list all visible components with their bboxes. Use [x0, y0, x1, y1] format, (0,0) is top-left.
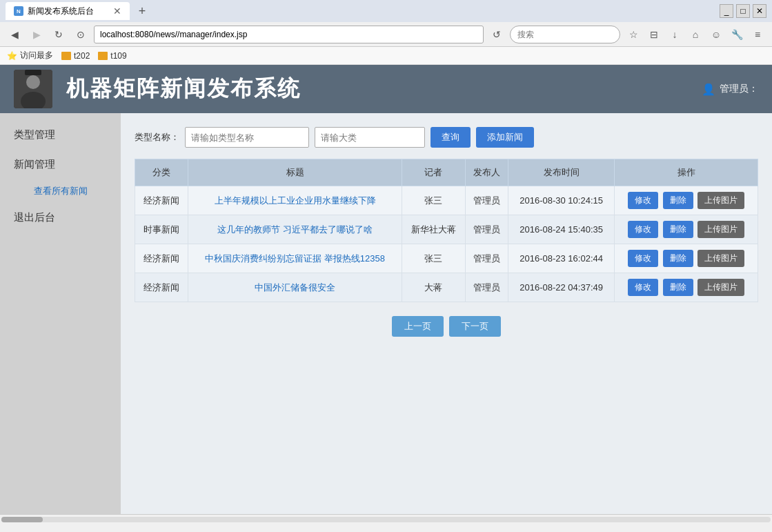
home-button[interactable]: ⊙ [72, 26, 90, 43]
avatar [14, 70, 52, 108]
sidebar-item-type-manage[interactable]: 类型管理 [0, 120, 121, 150]
news-title-link[interactable]: 这几年的教师节 习近平都去了哪说了啥 [217, 224, 373, 235]
bookmark-star-icon[interactable]: ☆ [624, 26, 642, 43]
scrollbar-track [1, 517, 771, 522]
pagination: 上一页 下一页 [135, 316, 758, 337]
back-button[interactable]: ◀ [6, 26, 23, 43]
url-bar[interactable] [94, 26, 484, 43]
edit-button[interactable]: 修改 [628, 221, 658, 238]
horizontal-scrollbar[interactable] [0, 514, 772, 524]
sidebar-item-news-manage[interactable]: 新闻管理 [0, 150, 121, 179]
col-category: 分类 [135, 159, 188, 186]
search-type-input[interactable] [185, 127, 309, 148]
prev-page-button[interactable]: 上一页 [392, 316, 444, 337]
user-label: 管理员： [720, 83, 758, 95]
bookmark-visit-most[interactable]: ⭐ 访问最多 [7, 50, 53, 61]
svg-point-1 [26, 75, 40, 89]
delete-button[interactable]: 删除 [663, 192, 693, 209]
window-minimize-button[interactable]: _ [720, 4, 733, 18]
settings-icon[interactable]: 🔧 [728, 26, 746, 43]
cell-reporter: 张三 [402, 186, 466, 215]
edit-button[interactable]: 修改 [628, 279, 658, 296]
window-close-button[interactable]: ✕ [753, 4, 766, 18]
col-title: 标题 [188, 159, 402, 186]
cell-actions: 修改 删除 上传图片 [615, 215, 758, 244]
sidebar-item-view-all-news[interactable]: 查看所有新闻 [0, 179, 121, 203]
news-title-link[interactable]: 中秋国庆消费纠纷别忘留证据 举报热线12358 [205, 253, 385, 264]
bookmark-t109[interactable]: t109 [98, 51, 126, 61]
tab-icon: N [14, 6, 23, 16]
cell-publish-time: 2016-08-30 10:24:15 [508, 186, 615, 215]
cell-title: 这几年的教师节 习近平都去了哪说了啥 [188, 215, 402, 244]
query-button[interactable]: 查询 [430, 127, 471, 148]
home-icon[interactable]: ⌂ [686, 26, 704, 43]
user-icon: 👤 [702, 83, 715, 96]
col-reporter: 记者 [402, 159, 466, 186]
delete-button[interactable]: 删除 [663, 279, 693, 296]
cell-publish-time: 2016-08-22 04:37:49 [508, 273, 615, 302]
cell-publisher: 管理员 [465, 215, 508, 244]
menu-icon[interactable]: ≡ [749, 26, 766, 43]
forward-button[interactable]: ▶ [28, 26, 46, 43]
table-row: 经济新闻 上半年规模以上工业企业用水量继续下降 张三 管理员 2016-08-3… [135, 186, 758, 215]
table-row: 经济新闻 中国外汇储备很安全 大蒋 管理员 2016-08-22 04:37:4… [135, 273, 758, 302]
cell-actions: 修改 删除 上传图片 [615, 273, 758, 302]
upload-image-button[interactable]: 上传图片 [697, 221, 744, 238]
tab-title: 新闻发布系统后台 [28, 6, 94, 17]
bookmark-label: t109 [110, 51, 126, 61]
sidebar: 类型管理 新闻管理 查看所有新闻 退出后台 [0, 113, 121, 514]
col-actions: 操作 [615, 159, 758, 186]
new-tab-button[interactable]: + [132, 2, 152, 20]
window-restore-button[interactable]: □ [736, 4, 750, 18]
delete-button[interactable]: 删除 [663, 250, 693, 267]
cell-reporter: 大蒋 [402, 273, 466, 302]
refresh-button[interactable]: ↻ [50, 26, 68, 43]
add-news-button[interactable]: 添加新闻 [476, 127, 534, 148]
upload-image-button[interactable]: 上传图片 [697, 279, 744, 296]
cell-category: 经济新闻 [135, 273, 188, 302]
download-icon[interactable]: ↓ [666, 26, 684, 43]
smiley-icon[interactable]: ☺ [707, 26, 725, 43]
scrollbar-thumb[interactable] [1, 517, 43, 522]
search-bar: 类型名称： 查询 添加新闻 [135, 127, 758, 148]
sidebar-item-logout[interactable]: 退出后台 [0, 203, 121, 233]
cell-actions: 修改 删除 上传图片 [615, 244, 758, 273]
cell-actions: 修改 删除 上传图片 [615, 186, 758, 215]
news-title-link[interactable]: 中国外汇储备很安全 [255, 282, 335, 293]
edit-button[interactable]: 修改 [628, 192, 658, 209]
site-header: 机器矩阵新闻发布系统 👤 管理员： [0, 65, 772, 113]
site-title: 机器矩阵新闻发布系统 [66, 74, 301, 104]
cell-publisher: 管理员 [465, 244, 508, 273]
cell-category: 时事新闻 [135, 215, 188, 244]
cell-category: 经济新闻 [135, 186, 188, 215]
upload-image-button[interactable]: 上传图片 [697, 192, 744, 209]
folder-icon [61, 52, 71, 60]
upload-image-button[interactable]: 上传图片 [697, 250, 744, 267]
user-info: 👤 管理员： [702, 83, 758, 96]
search-category-input[interactable] [315, 127, 425, 148]
bookmark-icon: ⭐ [7, 51, 17, 61]
folder-icon [98, 52, 108, 60]
delete-button[interactable]: 删除 [663, 221, 693, 238]
browser-search-input[interactable] [510, 26, 620, 43]
tab-close-button[interactable]: ✕ [113, 6, 121, 17]
cell-category: 经济新闻 [135, 244, 188, 273]
table-row: 经济新闻 中秋国庆消费纠纷别忘留证据 举报热线12358 张三 管理员 2016… [135, 244, 758, 273]
main-content: 类型名称： 查询 添加新闻 分类 标题 记者 发布人 发布时间 操作 [121, 113, 772, 514]
refresh-go-button[interactable]: ↺ [488, 26, 506, 43]
search-label: 类型名称： [135, 131, 179, 144]
bookmark-t202[interactable]: t202 [61, 51, 90, 61]
cell-reporter: 张三 [402, 244, 466, 273]
news-title-link[interactable]: 上半年规模以上工业企业用水量继续下降 [215, 195, 376, 206]
edit-button[interactable]: 修改 [628, 250, 658, 267]
cell-title: 中国外汇储备很安全 [188, 273, 402, 302]
reader-icon[interactable]: ⊟ [645, 26, 663, 43]
cell-publish-time: 2016-08-24 15:40:35 [508, 215, 615, 244]
cell-title: 上半年规模以上工业企业用水量继续下降 [188, 186, 402, 215]
next-page-button[interactable]: 下一页 [449, 316, 501, 337]
cell-title: 中秋国庆消费纠纷别忘留证据 举报热线12358 [188, 244, 402, 273]
browser-tab[interactable]: N 新闻发布系统后台 ✕ [6, 2, 130, 20]
svg-rect-3 [25, 70, 41, 75]
cell-publish-time: 2016-08-23 16:02:44 [508, 244, 615, 273]
table-row: 时事新闻 这几年的教师节 习近平都去了哪说了啥 新华社大蒋 管理员 2016-0… [135, 215, 758, 244]
